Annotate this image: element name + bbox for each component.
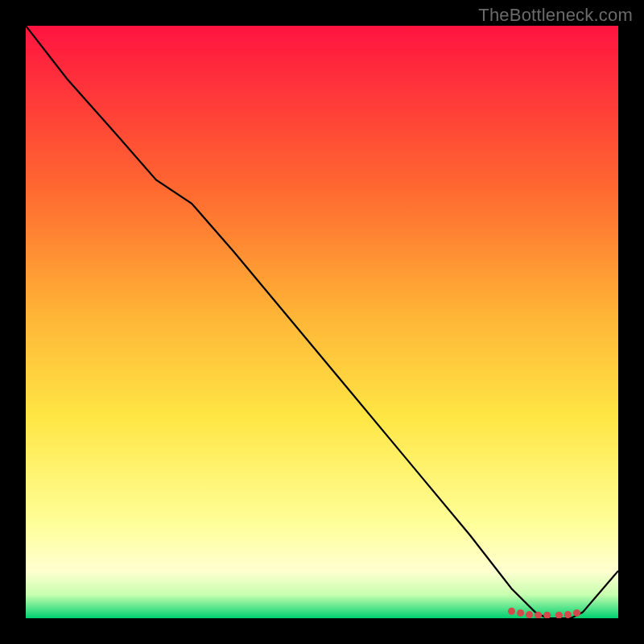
watermark-label: TheBottleneck.com (478, 5, 633, 26)
optimal-dot (564, 611, 572, 618)
gradient-background (26, 26, 618, 618)
plot-area (26, 26, 618, 618)
optimal-dot (526, 611, 533, 618)
bottleneck-chart (26, 26, 618, 618)
optimal-dot (508, 608, 515, 615)
chart-frame: TheBottleneck.com (0, 0, 644, 644)
optimal-dot (573, 609, 580, 617)
optimal-dot (517, 609, 524, 617)
